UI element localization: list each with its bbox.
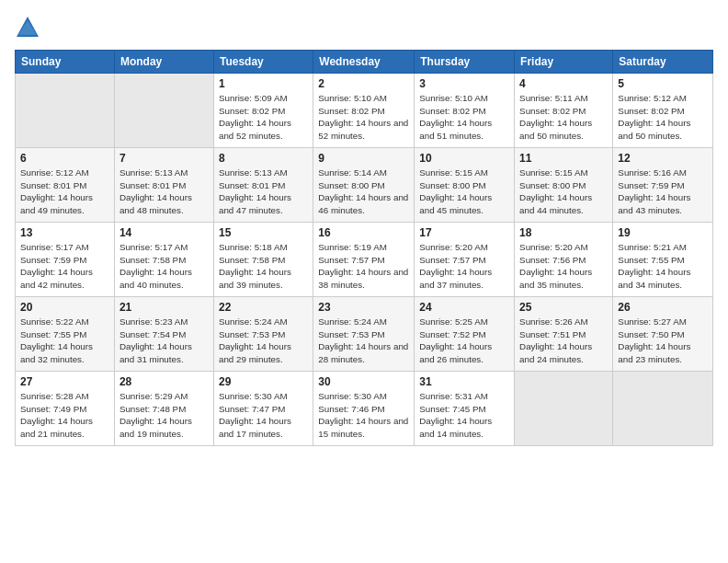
cell-info: Sunrise: 5:29 AMSunset: 7:48 PMDaylight:… [119, 390, 209, 441]
cell-content: 30Sunrise: 5:30 AMSunset: 7:46 PMDayligh… [318, 375, 409, 442]
calendar-cell: 11Sunrise: 5:15 AMSunset: 8:00 PMDayligh… [515, 148, 613, 223]
day-number: 16 [318, 226, 409, 239]
day-number: 22 [219, 301, 308, 314]
day-number: 20 [20, 301, 109, 314]
cell-info: Sunrise: 5:11 AMSunset: 8:02 PMDaylight:… [519, 92, 608, 143]
day-number: 15 [219, 226, 308, 239]
cell-info: Sunrise: 5:10 AMSunset: 8:02 PMDaylight:… [318, 92, 409, 143]
day-header: Saturday [613, 51, 713, 74]
cell-content: 27Sunrise: 5:28 AMSunset: 7:49 PMDayligh… [20, 375, 109, 442]
cell-info: Sunrise: 5:13 AMSunset: 8:01 PMDaylight:… [119, 167, 209, 217]
cell-content: 1Sunrise: 5:09 AMSunset: 8:02 PMDaylight… [219, 77, 308, 144]
cell-info: Sunrise: 5:17 AMSunset: 7:59 PMDaylight:… [20, 241, 109, 292]
page: SundayMondayTuesdayWednesdayThursdayFrid… [0, 0, 728, 563]
cell-content: 7Sunrise: 5:13 AMSunset: 8:01 PMDaylight… [119, 152, 209, 218]
day-number: 26 [618, 301, 708, 314]
cell-content: 20Sunrise: 5:22 AMSunset: 7:55 PMDayligh… [20, 301, 109, 367]
cell-info: Sunrise: 5:16 AMSunset: 7:59 PMDaylight:… [618, 167, 708, 217]
calendar-cell: 13Sunrise: 5:17 AMSunset: 7:59 PMDayligh… [16, 223, 115, 297]
day-number: 11 [519, 152, 608, 165]
day-number: 2 [318, 77, 409, 90]
cell-content: 3Sunrise: 5:10 AMSunset: 8:02 PMDaylight… [419, 77, 509, 144]
day-number: 18 [519, 226, 608, 239]
cell-info: Sunrise: 5:14 AMSunset: 8:00 PMDaylight:… [318, 167, 409, 217]
calendar-cell: 21Sunrise: 5:23 AMSunset: 7:54 PMDayligh… [114, 297, 213, 372]
calendar-week: 6Sunrise: 5:12 AMSunset: 8:01 PMDaylight… [16, 148, 713, 223]
cell-info: Sunrise: 5:26 AMSunset: 7:51 PMDaylight:… [519, 316, 608, 366]
cell-info: Sunrise: 5:25 AMSunset: 7:52 PMDaylight:… [419, 316, 509, 366]
calendar-cell: 17Sunrise: 5:20 AMSunset: 7:57 PMDayligh… [415, 223, 515, 297]
day-number: 8 [219, 152, 308, 165]
calendar-cell: 28Sunrise: 5:29 AMSunset: 7:48 PMDayligh… [114, 372, 213, 446]
calendar-cell: 7Sunrise: 5:13 AMSunset: 8:01 PMDaylight… [114, 148, 213, 223]
calendar-cell: 16Sunrise: 5:19 AMSunset: 7:57 PMDayligh… [313, 223, 415, 297]
day-number: 6 [20, 152, 109, 165]
calendar-cell: 10Sunrise: 5:15 AMSunset: 8:00 PMDayligh… [415, 148, 515, 223]
calendar-week: 20Sunrise: 5:22 AMSunset: 7:55 PMDayligh… [16, 297, 713, 372]
day-number: 3 [419, 77, 509, 90]
cell-content: 10Sunrise: 5:15 AMSunset: 8:00 PMDayligh… [419, 152, 509, 218]
day-number: 14 [119, 226, 209, 239]
cell-info: Sunrise: 5:31 AMSunset: 7:45 PMDaylight:… [419, 390, 509, 441]
day-header: Friday [515, 51, 613, 74]
day-number: 5 [618, 77, 708, 90]
day-number: 30 [318, 375, 409, 388]
day-number: 7 [119, 152, 209, 165]
cell-content: 15Sunrise: 5:18 AMSunset: 7:58 PMDayligh… [219, 226, 308, 293]
calendar-cell: 30Sunrise: 5:30 AMSunset: 7:46 PMDayligh… [313, 372, 415, 446]
day-number: 31 [419, 375, 509, 388]
cell-info: Sunrise: 5:30 AMSunset: 7:47 PMDaylight:… [219, 390, 308, 441]
day-number: 29 [219, 375, 308, 388]
cell-content: 13Sunrise: 5:17 AMSunset: 7:59 PMDayligh… [20, 226, 109, 293]
cell-content: 28Sunrise: 5:29 AMSunset: 7:48 PMDayligh… [119, 375, 209, 442]
calendar-cell: 24Sunrise: 5:25 AMSunset: 7:52 PMDayligh… [415, 297, 515, 372]
cell-info: Sunrise: 5:18 AMSunset: 7:58 PMDaylight:… [219, 241, 308, 292]
day-header: Sunday [16, 51, 115, 74]
cell-info: Sunrise: 5:15 AMSunset: 8:00 PMDaylight:… [519, 167, 608, 217]
calendar-cell: 25Sunrise: 5:26 AMSunset: 7:51 PMDayligh… [515, 297, 613, 372]
cell-content: 19Sunrise: 5:21 AMSunset: 7:55 PMDayligh… [618, 226, 708, 293]
header [15, 15, 713, 40]
calendar-cell: 15Sunrise: 5:18 AMSunset: 7:58 PMDayligh… [213, 223, 313, 297]
calendar-cell [515, 372, 613, 446]
cell-content: 6Sunrise: 5:12 AMSunset: 8:01 PMDaylight… [20, 152, 109, 218]
day-number: 21 [119, 301, 209, 314]
cell-info: Sunrise: 5:17 AMSunset: 7:58 PMDaylight:… [119, 241, 209, 292]
day-header: Thursday [415, 51, 515, 74]
cell-content: 2Sunrise: 5:10 AMSunset: 8:02 PMDaylight… [318, 77, 409, 144]
calendar-cell: 19Sunrise: 5:21 AMSunset: 7:55 PMDayligh… [613, 223, 713, 297]
calendar-cell: 1Sunrise: 5:09 AMSunset: 8:02 PMDaylight… [213, 74, 313, 148]
cell-content: 5Sunrise: 5:12 AMSunset: 8:02 PMDaylight… [618, 77, 708, 144]
calendar-cell: 18Sunrise: 5:20 AMSunset: 7:56 PMDayligh… [515, 223, 613, 297]
calendar-cell: 12Sunrise: 5:16 AMSunset: 7:59 PMDayligh… [613, 148, 713, 223]
calendar: SundayMondayTuesdayWednesdayThursdayFrid… [15, 50, 713, 446]
day-number: 25 [519, 301, 608, 314]
calendar-cell: 6Sunrise: 5:12 AMSunset: 8:01 PMDaylight… [16, 148, 115, 223]
calendar-week: 1Sunrise: 5:09 AMSunset: 8:02 PMDaylight… [16, 74, 713, 148]
cell-info: Sunrise: 5:12 AMSunset: 8:01 PMDaylight:… [20, 167, 109, 217]
calendar-cell: 9Sunrise: 5:14 AMSunset: 8:00 PMDaylight… [313, 148, 415, 223]
calendar-cell: 5Sunrise: 5:12 AMSunset: 8:02 PMDaylight… [613, 74, 713, 148]
cell-content: 21Sunrise: 5:23 AMSunset: 7:54 PMDayligh… [119, 301, 209, 367]
cell-content: 23Sunrise: 5:24 AMSunset: 7:53 PMDayligh… [318, 301, 409, 367]
calendar-week: 27Sunrise: 5:28 AMSunset: 7:49 PMDayligh… [16, 372, 713, 446]
day-number: 13 [20, 226, 109, 239]
calendar-cell: 29Sunrise: 5:30 AMSunset: 7:47 PMDayligh… [213, 372, 313, 446]
cell-content: 26Sunrise: 5:27 AMSunset: 7:50 PMDayligh… [618, 301, 708, 367]
calendar-week: 13Sunrise: 5:17 AMSunset: 7:59 PMDayligh… [16, 223, 713, 297]
cell-info: Sunrise: 5:13 AMSunset: 8:01 PMDaylight:… [219, 167, 308, 217]
cell-info: Sunrise: 5:10 AMSunset: 8:02 PMDaylight:… [419, 92, 509, 143]
day-number: 17 [419, 226, 509, 239]
cell-content: 14Sunrise: 5:17 AMSunset: 7:58 PMDayligh… [119, 226, 209, 293]
cell-content: 16Sunrise: 5:19 AMSunset: 7:57 PMDayligh… [318, 226, 409, 293]
day-number: 12 [618, 152, 708, 165]
cell-content: 12Sunrise: 5:16 AMSunset: 7:59 PMDayligh… [618, 152, 708, 218]
cell-info: Sunrise: 5:21 AMSunset: 7:55 PMDaylight:… [618, 241, 708, 292]
calendar-cell [114, 74, 213, 148]
calendar-cell: 31Sunrise: 5:31 AMSunset: 7:45 PMDayligh… [415, 372, 515, 446]
cell-content: 17Sunrise: 5:20 AMSunset: 7:57 PMDayligh… [419, 226, 509, 293]
cell-info: Sunrise: 5:24 AMSunset: 7:53 PMDaylight:… [219, 316, 308, 366]
day-number: 19 [618, 226, 708, 239]
logo [15, 15, 44, 40]
calendar-cell: 4Sunrise: 5:11 AMSunset: 8:02 PMDaylight… [515, 74, 613, 148]
